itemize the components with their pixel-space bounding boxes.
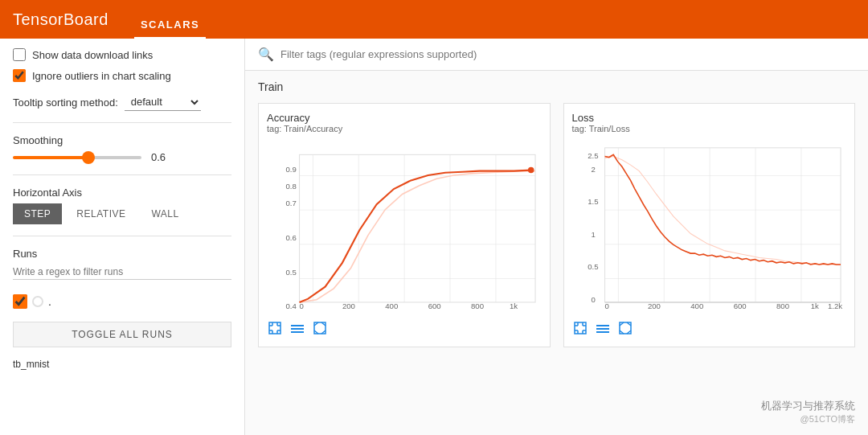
- loss-tag: tag: Train/Loss: [572, 124, 847, 133]
- svg-text:0.8: 0.8: [285, 182, 296, 191]
- haxis-step-button[interactable]: STEP: [13, 203, 62, 224]
- run-checkbox[interactable]: [13, 294, 27, 309]
- app-logo: TensorBoard: [13, 10, 108, 29]
- svg-text:2: 2: [591, 165, 595, 174]
- accuracy-chart-area: 0.4 0.5 0.6 0.7 0.8 0.9 0 200 400 600 80…: [267, 138, 542, 315]
- tooltip-row: Tooltip sorting method: default ascendin…: [13, 93, 231, 111]
- accuracy-expand-button[interactable]: [267, 320, 283, 339]
- svg-text:600: 600: [428, 302, 441, 310]
- svg-text:0: 0: [604, 302, 608, 310]
- svg-text:600: 600: [733, 302, 746, 310]
- haxis-section: Horizontal Axis STEP RELATIVE WALL: [13, 187, 231, 224]
- smoothing-slider[interactable]: [13, 156, 141, 159]
- tb-mnist-label: tb_mnist: [13, 359, 231, 370]
- nav-scalars[interactable]: SCALARS: [134, 18, 206, 39]
- divider-2: [13, 174, 231, 175]
- svg-text:200: 200: [647, 302, 660, 310]
- charts-row: Accuracy tag: Train/Accuracy 0.4: [258, 103, 855, 347]
- svg-rect-48: [575, 322, 586, 334]
- runs-list: .: [13, 294, 231, 309]
- loss-svg: 0 0.5 1 1.5 2 2.5 0 200 400 600 800: [572, 138, 847, 315]
- svg-text:400: 400: [385, 302, 398, 310]
- svg-text:0.7: 0.7: [285, 199, 296, 207]
- watermark-line2: @51CTO博客: [800, 413, 855, 425]
- runs-section: Runs: [13, 248, 231, 280]
- loss-chart-area: 0 0.5 1 1.5 2 2.5 0 200 400 600 800: [572, 138, 847, 315]
- watermark: 机器学习与推荐系统 @51CTO博客: [761, 399, 855, 425]
- show-download-label: Show data download links: [32, 49, 153, 61]
- svg-text:1k: 1k: [810, 302, 818, 310]
- smoothing-section: Smoothing 0.6: [13, 134, 231, 163]
- haxis-relative-button[interactable]: RELATIVE: [65, 203, 137, 224]
- svg-rect-15: [269, 322, 280, 334]
- run-dot-label: .: [48, 295, 51, 308]
- svg-point-14: [528, 167, 534, 173]
- svg-text:1: 1: [591, 230, 595, 239]
- divider-1: [13, 122, 231, 123]
- tooltip-label: Tooltip sorting method:: [13, 96, 118, 109]
- search-icon: 🔍: [258, 47, 274, 62]
- header-nav: SCALARS: [134, 0, 206, 39]
- loss-chart-card: Loss tag: Train/Loss 0 0.5: [563, 103, 856, 347]
- tooltip-select[interactable]: default ascending descending nearest: [125, 93, 201, 111]
- watermark-line1: 机器学习与推荐系统: [761, 399, 855, 413]
- toggle-all-button[interactable]: TOGGLE ALL RUNS: [13, 322, 231, 347]
- show-download-checkbox[interactable]: [13, 48, 26, 61]
- loss-chart-actions: [572, 320, 847, 339]
- accuracy-tag: tag: Train/Accuracy: [267, 124, 542, 133]
- show-download-row: Show data download links: [13, 48, 231, 61]
- chart-section: Train Accuracy tag: Train/Accuracy: [245, 71, 868, 357]
- svg-text:0.9: 0.9: [285, 165, 296, 174]
- ignore-outliers-checkbox[interactable]: [13, 69, 26, 82]
- svg-text:200: 200: [342, 302, 355, 310]
- loss-title: Loss: [572, 112, 847, 124]
- loss-expand-button[interactable]: [572, 320, 588, 339]
- ignore-outliers-row: Ignore outliers in chart scaling: [13, 69, 231, 82]
- svg-text:800: 800: [471, 302, 484, 310]
- svg-text:0: 0: [300, 302, 304, 310]
- smoothing-label: Smoothing: [13, 134, 231, 146]
- haxis-wall-button[interactable]: WALL: [140, 203, 190, 224]
- svg-rect-45: [604, 148, 840, 302]
- sidebar: Show data download links Ignore outliers…: [0, 39, 245, 435]
- ignore-outliers-label: Ignore outliers in chart scaling: [32, 70, 171, 82]
- body: Show data download links Ignore outliers…: [0, 39, 868, 435]
- svg-text:1.2k: 1.2k: [828, 302, 842, 310]
- loss-fit-button[interactable]: [617, 320, 633, 339]
- svg-text:2.5: 2.5: [588, 151, 598, 160]
- accuracy-menu-button[interactable]: [289, 322, 305, 338]
- svg-text:0: 0: [591, 295, 595, 304]
- accuracy-chart-card: Accuracy tag: Train/Accuracy 0.4: [258, 103, 551, 347]
- haxis-buttons: STEP RELATIVE WALL: [13, 203, 231, 224]
- svg-text:800: 800: [776, 302, 788, 310]
- svg-text:1k: 1k: [510, 302, 518, 310]
- smoothing-value: 0.6: [151, 151, 166, 163]
- smoothing-container: 0.6: [13, 151, 231, 163]
- main-content: 🔍 Train Accuracy tag: Train/Accuracy: [245, 39, 868, 435]
- loss-menu-button[interactable]: [595, 322, 611, 338]
- search-input[interactable]: [280, 48, 855, 60]
- run-circle-icon: [32, 296, 43, 307]
- svg-text:1.5: 1.5: [588, 197, 598, 206]
- accuracy-title: Accuracy: [267, 112, 542, 124]
- svg-text:0.6: 0.6: [285, 233, 296, 242]
- accuracy-chart-actions: [267, 320, 542, 339]
- runs-filter-input[interactable]: [13, 265, 231, 280]
- accuracy-svg: 0.4 0.5 0.6 0.7 0.8 0.9 0 200 400 600 80…: [267, 138, 542, 315]
- haxis-label: Horizontal Axis: [13, 187, 231, 199]
- svg-text:0.5: 0.5: [588, 262, 598, 271]
- runs-label: Runs: [13, 248, 231, 260]
- header: TensorBoard SCALARS: [0, 0, 868, 39]
- svg-rect-12: [300, 154, 535, 302]
- svg-text:400: 400: [690, 302, 703, 310]
- accuracy-fit-button[interactable]: [312, 320, 328, 339]
- section-title: Train: [258, 80, 855, 93]
- search-bar: 🔍: [245, 39, 868, 71]
- divider-3: [13, 236, 231, 236]
- svg-text:0.5: 0.5: [285, 268, 296, 277]
- svg-text:0.4: 0.4: [285, 302, 297, 310]
